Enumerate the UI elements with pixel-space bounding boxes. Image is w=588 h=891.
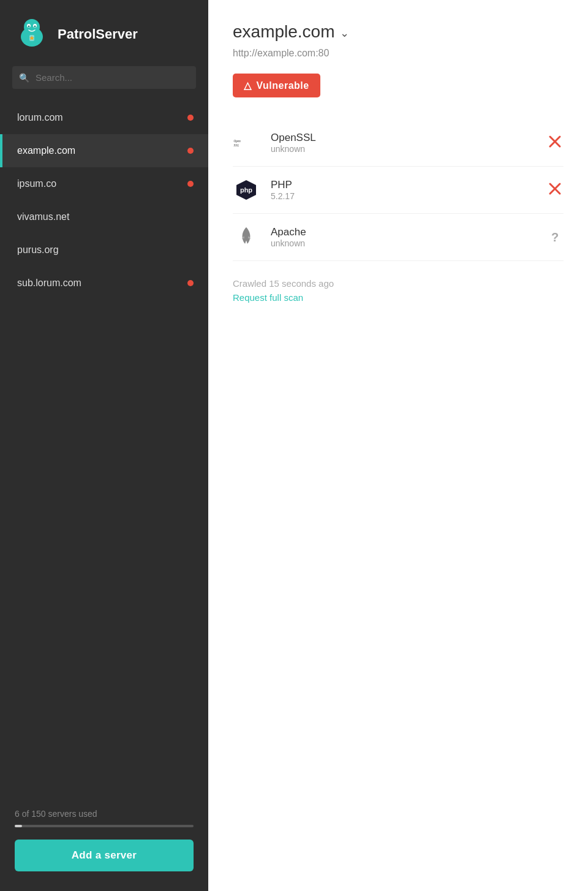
search-wrapper: 🔍 [12,66,196,89]
servers-used-label: 6 of 150 servers used [15,809,194,819]
sidebar-item-sublorum[interactable]: sub.lorum.com [0,267,208,300]
sidebar-item-vivamus[interactable]: vivamus.net [0,200,208,233]
php-version: 5.2.17 [271,191,535,201]
sidebar: PatrolServer 🔍 lorum.comexample.comipsum… [0,0,208,891]
openssl-info: OpenSSLunknown [271,132,535,154]
svg-text:Open: Open [233,139,241,143]
server-status-dot [187,181,194,187]
server-status-dot [187,280,194,286]
chevron-down-icon[interactable]: ⌄ [340,26,349,40]
main-content: example.com ⌄ http://example.com:80 △ Vu… [208,0,588,891]
svg-text:php: php [240,186,252,194]
svg-point-5 [34,26,36,28]
openssl-icon: Open SSL [233,129,260,156]
svg-point-1 [24,19,40,35]
php-info: PHP5.2.17 [271,179,535,201]
server-status-dot [187,115,194,121]
php-name: PHP [271,179,535,191]
server-list: lorum.comexample.comipsum.covivamus.netp… [0,101,208,797]
sidebar-item-purus[interactable]: purus.org [0,233,208,267]
sidebar-item-ipsum[interactable]: ipsum.co [0,167,208,200]
apache-icon [233,224,260,251]
server-item-label: sub.lorum.com [17,278,81,289]
openssl-name: OpenSSL [271,132,535,144]
svg-text:SSL: SSL [233,143,239,147]
server-url: http://example.com:80 [233,48,564,59]
software-item-apache: Apacheunknown? [233,214,564,261]
apache-info: Apacheunknown [271,226,535,248]
vulnerable-badge: △ Vulnerable [233,74,320,97]
server-item-label: ipsum.co [17,178,56,189]
php-icon: php [233,176,260,203]
vulnerable-badge-label: Vulnerable [257,80,309,91]
apache-version: unknown [271,238,535,248]
server-item-label: purus.org [17,245,59,256]
svg-point-4 [28,26,30,28]
server-item-label: vivamus.net [17,211,69,222]
server-status-dot [187,148,194,154]
php-status-icon [546,182,564,199]
software-item-php: php PHP5.2.17 [233,167,564,214]
sidebar-header: PatrolServer [0,0,208,66]
app-title: PatrolServer [58,26,138,42]
openssl-version: unknown [271,144,535,154]
search-container: 🔍 [0,66,208,101]
crawl-info: Crawled 15 seconds ago [233,278,564,289]
warning-icon: △ [244,80,252,91]
apache-name: Apache [271,226,535,238]
server-detail-title: example.com [233,22,335,42]
full-scan-link[interactable]: Request full scan [233,292,564,303]
server-title-row: example.com ⌄ [233,22,564,42]
progress-bar-fill [15,825,22,827]
crawl-timestamp: Crawled 15 seconds ago [233,278,334,289]
apache-status-icon: ? [546,230,564,245]
sidebar-footer: 6 of 150 servers used Add a server [0,797,208,891]
search-icon: 🔍 [19,73,29,83]
sidebar-item-lorum[interactable]: lorum.com [0,101,208,134]
progress-bar-background [15,825,194,827]
add-server-button[interactable]: Add a server [15,840,194,871]
software-list: Open SSL OpenSSLunknown php PHP5.2.17 Ap… [233,119,564,261]
server-item-label: lorum.com [17,112,63,123]
openssl-status-icon [546,135,564,151]
search-input[interactable] [12,66,196,89]
software-item-openssl: Open SSL OpenSSLunknown [233,119,564,167]
sidebar-item-example[interactable]: example.com [0,134,208,167]
server-item-label: example.com [17,145,75,156]
app-logo-icon [15,17,49,51]
